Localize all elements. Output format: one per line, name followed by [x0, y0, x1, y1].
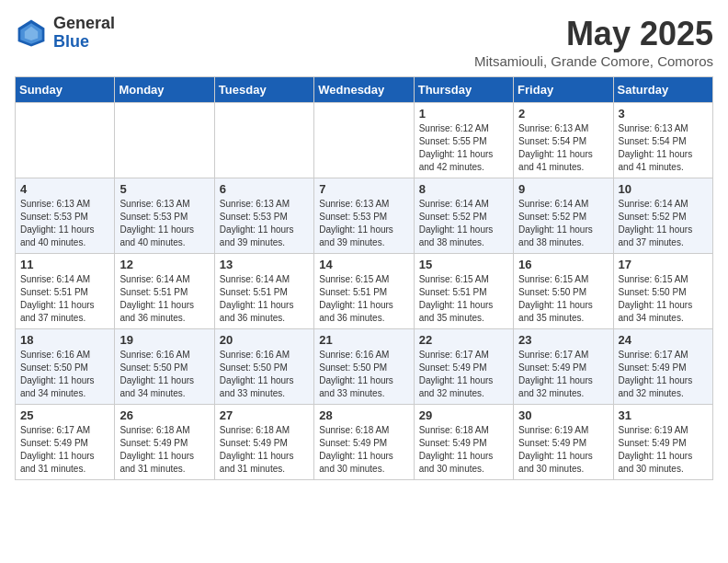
- calendar-cell: [16, 103, 115, 178]
- day-info: Sunrise: 6:19 AM Sunset: 5:49 PM Dayligh…: [619, 424, 708, 476]
- col-header-thursday: Thursday: [414, 77, 513, 103]
- day-number: 3: [619, 107, 708, 121]
- day-number: 11: [20, 258, 109, 271]
- calendar-cell: 14Sunrise: 6:15 AM Sunset: 5:51 PM Dayli…: [314, 254, 414, 329]
- month-year-title: May 2025: [474, 15, 713, 53]
- day-info: Sunrise: 6:17 AM Sunset: 5:49 PM Dayligh…: [419, 349, 508, 400]
- col-header-sunday: Sunday: [16, 77, 115, 103]
- day-number: 23: [518, 333, 608, 347]
- day-number: 17: [619, 258, 708, 271]
- page-header: General Blue May 2025 Mitsamiouli, Grand…: [15, 15, 713, 69]
- calendar-cell: 2Sunrise: 6:13 AM Sunset: 5:54 PM Daylig…: [514, 103, 613, 178]
- calendar-cell: [115, 103, 214, 178]
- calendar-cell: 9Sunrise: 6:14 AM Sunset: 5:52 PM Daylig…: [514, 178, 613, 254]
- calendar-cell: [214, 103, 313, 178]
- day-number: 29: [419, 408, 508, 422]
- day-number: 16: [518, 258, 608, 271]
- calendar-cell: 26Sunrise: 6:18 AM Sunset: 5:49 PM Dayli…: [115, 405, 214, 480]
- day-info: Sunrise: 6:13 AM Sunset: 5:54 PM Dayligh…: [518, 122, 608, 174]
- location-subtitle: Mitsamiouli, Grande Comore, Comoros: [474, 53, 713, 69]
- day-info: Sunrise: 6:17 AM Sunset: 5:49 PM Dayligh…: [518, 349, 608, 400]
- day-number: 27: [220, 408, 309, 422]
- day-info: Sunrise: 6:19 AM Sunset: 5:49 PM Dayligh…: [518, 424, 608, 476]
- calendar-cell: 25Sunrise: 6:17 AM Sunset: 5:49 PM Dayli…: [16, 405, 115, 480]
- calendar-cell: 7Sunrise: 6:13 AM Sunset: 5:53 PM Daylig…: [314, 178, 414, 254]
- calendar-cell: 21Sunrise: 6:16 AM Sunset: 5:50 PM Dayli…: [314, 329, 414, 405]
- calendar-cell: 27Sunrise: 6:18 AM Sunset: 5:49 PM Dayli…: [214, 405, 313, 480]
- col-header-saturday: Saturday: [613, 77, 712, 103]
- calendar-cell: 15Sunrise: 6:15 AM Sunset: 5:51 PM Dayli…: [414, 254, 513, 329]
- day-info: Sunrise: 6:13 AM Sunset: 5:53 PM Dayligh…: [319, 198, 408, 249]
- calendar-cell: 12Sunrise: 6:14 AM Sunset: 5:51 PM Dayli…: [115, 254, 214, 329]
- calendar-cell: 18Sunrise: 6:16 AM Sunset: 5:50 PM Dayli…: [16, 329, 115, 405]
- day-number: 4: [20, 182, 109, 196]
- calendar-cell: 8Sunrise: 6:14 AM Sunset: 5:52 PM Daylig…: [414, 178, 513, 254]
- day-number: 6: [220, 182, 309, 196]
- day-info: Sunrise: 6:16 AM Sunset: 5:50 PM Dayligh…: [319, 349, 408, 400]
- day-info: Sunrise: 6:15 AM Sunset: 5:51 PM Dayligh…: [319, 273, 408, 325]
- logo-general-text: General: [53, 15, 115, 33]
- day-info: Sunrise: 6:14 AM Sunset: 5:51 PM Dayligh…: [220, 273, 309, 325]
- day-number: 24: [619, 333, 708, 347]
- calendar-week-5: 25Sunrise: 6:17 AM Sunset: 5:49 PM Dayli…: [16, 405, 713, 480]
- calendar-week-3: 11Sunrise: 6:14 AM Sunset: 5:51 PM Dayli…: [16, 254, 713, 329]
- calendar-header-row: SundayMondayTuesdayWednesdayThursdayFrid…: [16, 77, 713, 103]
- logo-icon: [15, 17, 48, 50]
- col-header-monday: Monday: [115, 77, 214, 103]
- day-info: Sunrise: 6:13 AM Sunset: 5:53 PM Dayligh…: [220, 198, 309, 249]
- calendar-cell: 29Sunrise: 6:18 AM Sunset: 5:49 PM Dayli…: [414, 405, 513, 480]
- calendar-cell: 5Sunrise: 6:13 AM Sunset: 5:53 PM Daylig…: [115, 178, 214, 254]
- day-number: 13: [220, 258, 309, 271]
- calendar-week-4: 18Sunrise: 6:16 AM Sunset: 5:50 PM Dayli…: [16, 329, 713, 405]
- calendar-cell: 10Sunrise: 6:14 AM Sunset: 5:52 PM Dayli…: [613, 178, 712, 254]
- day-info: Sunrise: 6:18 AM Sunset: 5:49 PM Dayligh…: [319, 424, 408, 476]
- day-number: 10: [619, 182, 708, 196]
- day-number: 31: [619, 408, 708, 422]
- day-number: 15: [419, 258, 508, 271]
- col-header-tuesday: Tuesday: [214, 77, 313, 103]
- day-info: Sunrise: 6:17 AM Sunset: 5:49 PM Dayligh…: [20, 424, 109, 476]
- calendar-cell: 31Sunrise: 6:19 AM Sunset: 5:49 PM Dayli…: [613, 405, 712, 480]
- day-info: Sunrise: 6:13 AM Sunset: 5:53 PM Dayligh…: [119, 198, 209, 249]
- day-info: Sunrise: 6:15 AM Sunset: 5:50 PM Dayligh…: [619, 273, 708, 325]
- day-info: Sunrise: 6:16 AM Sunset: 5:50 PM Dayligh…: [220, 349, 309, 400]
- day-number: 14: [319, 258, 408, 271]
- calendar-cell: 4Sunrise: 6:13 AM Sunset: 5:53 PM Daylig…: [16, 178, 115, 254]
- calendar-cell: 11Sunrise: 6:14 AM Sunset: 5:51 PM Dayli…: [16, 254, 115, 329]
- day-info: Sunrise: 6:17 AM Sunset: 5:49 PM Dayligh…: [619, 349, 708, 400]
- calendar-table: SundayMondayTuesdayWednesdayThursdayFrid…: [15, 76, 713, 480]
- day-info: Sunrise: 6:16 AM Sunset: 5:50 PM Dayligh…: [119, 349, 209, 400]
- day-number: 7: [319, 182, 408, 196]
- logo-blue-text: Blue: [53, 33, 115, 52]
- calendar-cell: 19Sunrise: 6:16 AM Sunset: 5:50 PM Dayli…: [115, 329, 214, 405]
- day-number: 18: [20, 333, 109, 347]
- day-number: 20: [220, 333, 309, 347]
- calendar-week-1: 1Sunrise: 6:12 AM Sunset: 5:55 PM Daylig…: [16, 103, 713, 178]
- logo-text: General Blue: [53, 15, 115, 52]
- day-number: 26: [119, 408, 209, 422]
- calendar-cell: 3Sunrise: 6:13 AM Sunset: 5:54 PM Daylig…: [613, 103, 712, 178]
- calendar-cell: 1Sunrise: 6:12 AM Sunset: 5:55 PM Daylig…: [414, 103, 513, 178]
- calendar-cell: 6Sunrise: 6:13 AM Sunset: 5:53 PM Daylig…: [214, 178, 313, 254]
- day-info: Sunrise: 6:14 AM Sunset: 5:51 PM Dayligh…: [20, 273, 109, 325]
- day-info: Sunrise: 6:14 AM Sunset: 5:52 PM Dayligh…: [518, 198, 608, 249]
- day-number: 2: [518, 107, 608, 121]
- day-number: 28: [319, 408, 408, 422]
- calendar-cell: 13Sunrise: 6:14 AM Sunset: 5:51 PM Dayli…: [214, 254, 313, 329]
- day-info: Sunrise: 6:14 AM Sunset: 5:51 PM Dayligh…: [119, 273, 209, 325]
- logo: General Blue: [15, 15, 115, 52]
- day-info: Sunrise: 6:13 AM Sunset: 5:53 PM Dayligh…: [20, 198, 109, 249]
- day-number: 9: [518, 182, 608, 196]
- day-number: 12: [119, 258, 209, 271]
- day-info: Sunrise: 6:16 AM Sunset: 5:50 PM Dayligh…: [20, 349, 109, 400]
- calendar-cell: 24Sunrise: 6:17 AM Sunset: 5:49 PM Dayli…: [613, 329, 712, 405]
- day-info: Sunrise: 6:18 AM Sunset: 5:49 PM Dayligh…: [220, 424, 309, 476]
- day-number: 22: [419, 333, 508, 347]
- day-info: Sunrise: 6:18 AM Sunset: 5:49 PM Dayligh…: [419, 424, 508, 476]
- day-number: 19: [119, 333, 209, 347]
- title-block: May 2025 Mitsamiouli, Grande Comore, Com…: [474, 15, 713, 69]
- day-info: Sunrise: 6:15 AM Sunset: 5:50 PM Dayligh…: [518, 273, 608, 325]
- calendar-cell: 23Sunrise: 6:17 AM Sunset: 5:49 PM Dayli…: [514, 329, 613, 405]
- calendar-cell: 22Sunrise: 6:17 AM Sunset: 5:49 PM Dayli…: [414, 329, 513, 405]
- calendar-cell: 20Sunrise: 6:16 AM Sunset: 5:50 PM Dayli…: [214, 329, 313, 405]
